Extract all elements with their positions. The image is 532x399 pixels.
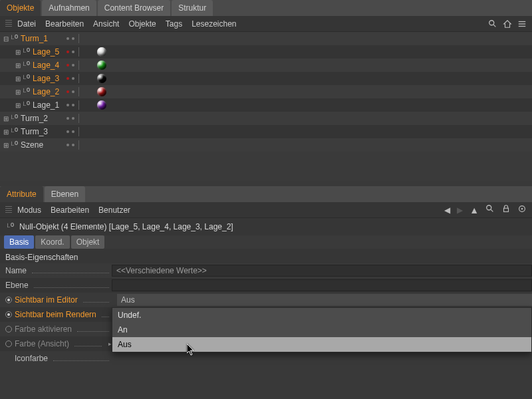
attribute-subtabs: Basis Koord. Objekt [0, 235, 532, 249]
expand-icon[interactable]: ⊞ [15, 88, 21, 96]
menu-bearbeiten[interactable]: Bearbeiten [45, 19, 84, 29]
subtab-label: Basis [9, 237, 29, 247]
tab-attribute[interactable]: Attribute [0, 186, 43, 202]
tree-item-label[interactable]: Lage_3 [33, 74, 59, 83]
tab-content-browser[interactable]: Content Browser [98, 0, 170, 16]
null-object-icon: └0 [9, 142, 18, 149]
prev-icon[interactable]: ◀ [444, 205, 450, 215]
visibility-dots[interactable] [66, 61, 80, 70]
lock-icon[interactable] [501, 204, 511, 215]
search-icon[interactable] [488, 19, 497, 29]
grip-icon[interactable] [5, 20, 12, 28]
radio-icon[interactable] [5, 340, 12, 347]
radio-icon[interactable] [5, 326, 12, 332]
object-tree: ⊟└0Turm_1⊞└0Lage_5⊞└0Lage_4⊞└0Lage_3⊞└0L… [0, 32, 532, 181]
tab-label: Aufnahmen [49, 3, 89, 13]
tree-item-label[interactable]: Szene [21, 140, 43, 150]
subtab-koord[interactable]: Koord. [35, 235, 69, 249]
tab-label: Attribute [7, 190, 37, 199]
visibility-dots[interactable] [66, 140, 80, 150]
grip-icon[interactable] [5, 206, 12, 214]
search-icon[interactable] [485, 204, 495, 215]
tab-objekte[interactable]: Objekte [0, 0, 41, 16]
material-tag-icon[interactable] [97, 100, 106, 110]
ebene-field[interactable] [112, 279, 532, 291]
dropdown-label: An [118, 325, 128, 334]
tab-struktur[interactable]: Struktur [172, 0, 213, 16]
up-arrow-icon[interactable]: ▲ [469, 205, 479, 215]
tree-item-label[interactable]: Turm_3 [21, 127, 48, 136]
menu-objekte[interactable]: Objekte [128, 19, 156, 29]
null-object-icon: └0 [21, 102, 30, 109]
tree-item-label[interactable]: Lage_4 [33, 61, 59, 70]
tree-row-lage3[interactable]: ⊞└0Lage_3 [0, 72, 532, 85]
material-tag-icon[interactable] [97, 74, 106, 83]
tree-row-lage4[interactable]: ⊞└0Lage_4 [0, 59, 532, 72]
expand-icon[interactable]: ⊞ [3, 128, 9, 136]
menu-tags[interactable]: Tags [166, 19, 182, 29]
tree-item-label[interactable]: Turm_2 [21, 114, 48, 123]
menu-ansicht[interactable]: Ansicht [93, 19, 119, 29]
tree-row-lage1[interactable]: ⊞└0Lage_1 [0, 98, 532, 112]
menu-datei[interactable]: Datei [17, 19, 36, 29]
material-tag-icon[interactable] [97, 47, 106, 57]
svg-point-9 [521, 208, 523, 210]
sichtbar-editor-dropdown[interactable]: Aus [117, 294, 532, 306]
visibility-dots[interactable] [66, 74, 80, 83]
tree-row-turm3[interactable]: ⊞└0Turm_3 [0, 125, 532, 138]
subtab-label: Objekt [76, 237, 100, 247]
object-header-text: Null-Objekt (4 Elemente) [Lage_5, Lage_4… [19, 222, 233, 231]
prop-iconfarbe: Iconfarbe [0, 351, 532, 366]
radio-icon[interactable] [5, 311, 12, 318]
visibility-dots[interactable] [66, 127, 80, 136]
name-field[interactable]: <<Verschiedene Werte>> [112, 265, 532, 277]
visibility-dots[interactable] [66, 114, 80, 123]
tree-row-turm2[interactable]: ⊞└0Turm_2 [0, 112, 532, 125]
expand-icon[interactable]: ⊞ [15, 49, 21, 56]
tree-row-szene[interactable]: ⊞└0Szene [0, 138, 532, 152]
properties-panel: Name <<Verschiedene Werte>> Ebene Sichtb… [0, 263, 532, 366]
top-tab-row: Objekte Aufnahmen Content Browser Strukt… [0, 0, 532, 16]
target-icon[interactable] [517, 204, 527, 215]
visibility-dots[interactable] [66, 100, 80, 110]
tab-aufnahmen[interactable]: Aufnahmen [42, 0, 96, 16]
prop-sichtbar-editor: Sichtbar im Editor Aus [0, 293, 532, 307]
subtab-basis[interactable]: Basis [4, 235, 34, 249]
menu-bearbeiten2[interactable]: Bearbeiten [51, 205, 89, 215]
tree-row-lage2[interactable]: ⊞└0Lage_2 [0, 85, 532, 98]
radio-icon[interactable] [5, 297, 12, 303]
prop-ebene: Ebene [0, 278, 532, 293]
tree-item-label[interactable]: Lage_2 [33, 87, 59, 96]
tree-item-label[interactable]: Lage_1 [33, 100, 59, 110]
visibility-dots[interactable] [66, 34, 80, 43]
visibility-dots[interactable] [66, 87, 80, 96]
collapse-icon[interactable]: ⊟ [3, 35, 9, 43]
expand-icon[interactable]: ⊞ [15, 102, 21, 109]
menu-benutzer[interactable]: Benutzer [98, 205, 130, 215]
iconfarbe-value[interactable] [117, 352, 532, 364]
material-tag-icon[interactable] [97, 61, 106, 70]
menu-icon[interactable] [517, 19, 527, 29]
tree-row-turm1[interactable]: ⊟└0Turm_1 [0, 32, 532, 45]
menu-lesezeichen[interactable]: Lesezeichen [192, 19, 236, 29]
prop-label: Name [5, 266, 27, 275]
expand-icon[interactable]: ⊞ [15, 62, 21, 69]
prop-label: Sichtbar beim Rendern [15, 310, 96, 319]
dropdown-item-aus[interactable]: Aus [112, 337, 531, 352]
tab-label: Struktur [178, 3, 206, 13]
home-icon[interactable] [503, 19, 512, 29]
tree-item-label[interactable]: Lage_5 [33, 47, 59, 57]
tree-row-lage5[interactable]: ⊞└0Lage_5 [0, 45, 532, 59]
visibility-dots[interactable] [66, 47, 80, 57]
tree-item-label[interactable]: Turm_1 [21, 34, 48, 43]
menu-modus[interactable]: Modus [17, 205, 41, 215]
visibility-dropdown: Undef. An Aus [112, 307, 532, 352]
dropdown-item-an[interactable]: An [112, 323, 531, 337]
material-tag-icon[interactable] [97, 87, 106, 96]
subtab-objekt[interactable]: Objekt [71, 235, 105, 249]
expand-icon[interactable]: ⊞ [3, 115, 9, 122]
expand-icon[interactable]: ⊞ [15, 75, 21, 82]
tab-ebenen[interactable]: Ebenen [45, 186, 85, 202]
expand-icon[interactable]: ⊞ [3, 142, 9, 149]
dropdown-item-undef[interactable]: Undef. [112, 308, 531, 323]
